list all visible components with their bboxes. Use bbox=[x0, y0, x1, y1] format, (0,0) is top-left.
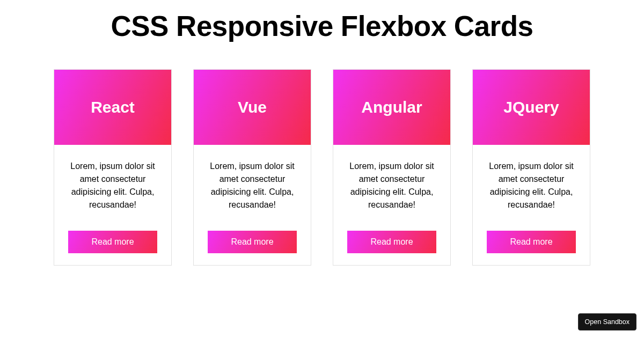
card-title: React bbox=[91, 98, 135, 116]
card-jquery: JQuery Lorem, ipsum dolor sit amet conse… bbox=[472, 69, 590, 266]
card-header: Angular bbox=[333, 70, 450, 145]
card-title: Vue bbox=[238, 98, 267, 116]
card-header: JQuery bbox=[473, 70, 590, 145]
card-header: Vue bbox=[194, 70, 311, 145]
card-angular: Angular Lorem, ipsum dolor sit amet cons… bbox=[333, 69, 451, 266]
card-description: Lorem, ipsum dolor sit amet consectetur … bbox=[64, 160, 162, 211]
card-description: Lorem, ipsum dolor sit amet consectetur … bbox=[482, 160, 580, 211]
card-vue: Vue Lorem, ipsum dolor sit amet consecte… bbox=[193, 69, 311, 266]
open-sandbox-button[interactable]: Open Sandbox bbox=[578, 313, 636, 330]
card-title: Angular bbox=[361, 98, 422, 116]
card-react: React Lorem, ipsum dolor sit amet consec… bbox=[54, 69, 172, 266]
card-body: Lorem, ipsum dolor sit amet consectetur … bbox=[333, 145, 450, 265]
card-description: Lorem, ipsum dolor sit amet consectetur … bbox=[343, 160, 441, 211]
card-title: JQuery bbox=[503, 98, 559, 116]
card-description: Lorem, ipsum dolor sit amet consectetur … bbox=[203, 160, 301, 211]
page-title: CSS Responsive Flexbox Cards bbox=[0, 10, 644, 42]
read-more-button[interactable]: Read more bbox=[68, 231, 157, 253]
card-body: Lorem, ipsum dolor sit amet consectetur … bbox=[54, 145, 171, 265]
card-body: Lorem, ipsum dolor sit amet consectetur … bbox=[194, 145, 311, 265]
read-more-button[interactable]: Read more bbox=[208, 231, 297, 253]
cards-container: React Lorem, ipsum dolor sit amet consec… bbox=[0, 69, 644, 266]
card-header: React bbox=[54, 70, 171, 145]
read-more-button[interactable]: Read more bbox=[487, 231, 576, 253]
card-body: Lorem, ipsum dolor sit amet consectetur … bbox=[473, 145, 590, 265]
read-more-button[interactable]: Read more bbox=[347, 231, 436, 253]
